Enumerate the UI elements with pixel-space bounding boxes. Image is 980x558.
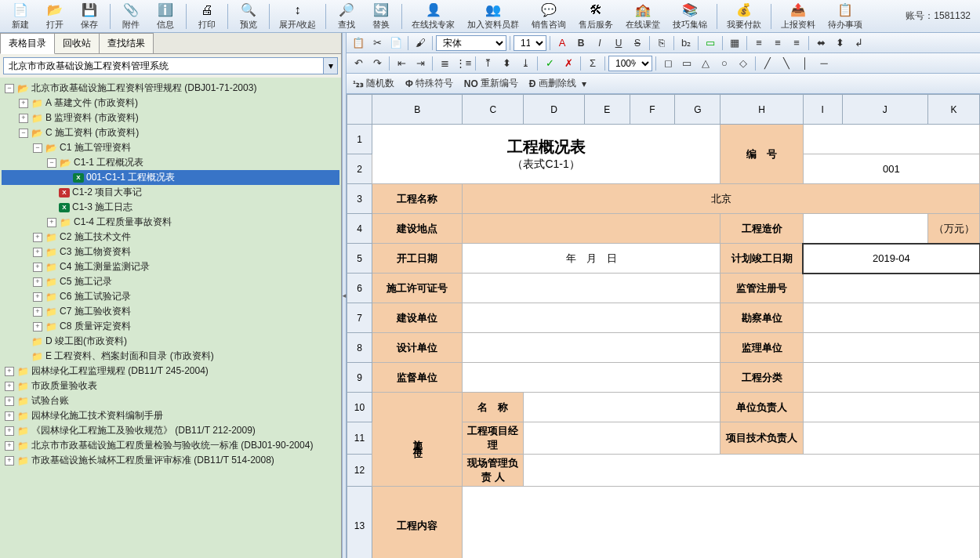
tree-node[interactable]: +📁园林绿化工程监理规程 (DB11/T 245-2004) bbox=[2, 364, 339, 379]
expand-icon[interactable]: + bbox=[19, 99, 28, 108]
aux-特殊符号[interactable]: Φ特殊符号 bbox=[405, 77, 453, 90]
toolbar-加入资料员群[interactable]: 👥加入资料员群 bbox=[461, 1, 525, 32]
tree-node[interactable]: +📁园林绿化施工技术资料编制手册 bbox=[2, 408, 339, 423]
label-cell[interactable]: 工程项目经 理 bbox=[463, 422, 524, 455]
expand-icon[interactable]: + bbox=[5, 426, 14, 436]
row-header[interactable]: 7 bbox=[347, 303, 372, 333]
toolbar-展开/收起[interactable]: ↕展开/收起 bbox=[273, 1, 322, 32]
line2-icon[interactable]: ╲ bbox=[778, 56, 795, 71]
expand-icon[interactable] bbox=[47, 203, 56, 212]
tree-node[interactable]: 📁D 竣工图(市政资料) bbox=[2, 334, 339, 349]
label-cell[interactable]: 工程内容 bbox=[372, 487, 463, 559]
align-left-icon[interactable]: ≡ bbox=[750, 35, 768, 51]
paste-icon[interactable]: 📄 bbox=[387, 35, 405, 51]
redo-icon[interactable]: ↷ bbox=[368, 56, 386, 71]
expand-icon[interactable]: + bbox=[33, 322, 42, 332]
tab-search-results[interactable]: 查找结果 bbox=[99, 33, 154, 53]
label-cell[interactable]: 施工单位 bbox=[372, 393, 463, 487]
valign-bot-icon[interactable]: ⤓ bbox=[517, 56, 534, 71]
label-cell[interactable]: 编 号 bbox=[720, 125, 804, 184]
collapse-icon[interactable]: − bbox=[47, 158, 56, 168]
col-header[interactable]: B bbox=[372, 95, 463, 125]
undo-icon[interactable]: ↶ bbox=[350, 56, 367, 71]
collapse-icon[interactable]: − bbox=[5, 84, 14, 93]
underline-icon[interactable]: U bbox=[610, 35, 627, 51]
data-cell[interactable] bbox=[524, 393, 720, 422]
toolbar-售后服务[interactable]: 🛠售后服务 bbox=[572, 1, 619, 32]
row-header[interactable]: 3 bbox=[347, 184, 372, 214]
label-cell[interactable]: 单位负责人 bbox=[720, 393, 804, 422]
data-cell[interactable]: 001 bbox=[803, 154, 979, 184]
label-cell[interactable]: 勘察单位 bbox=[720, 303, 804, 333]
tree-node[interactable]: +📁A 基建文件 (市政资料) bbox=[2, 96, 339, 111]
tree-node[interactable]: +📁C8 质量评定资料 bbox=[2, 319, 339, 334]
data-cell[interactable] bbox=[803, 125, 979, 154]
table-icon[interactable]: ▦ bbox=[726, 35, 743, 51]
line1-icon[interactable]: ╱ bbox=[759, 56, 776, 71]
merge-icon[interactable]: ⬌ bbox=[812, 35, 829, 51]
col-header[interactable]: G bbox=[675, 95, 720, 125]
tree-node[interactable]: +📁C2 施工技术文件 bbox=[2, 230, 339, 245]
toolbar-打印[interactable]: 🖨打印 bbox=[190, 1, 224, 32]
toolbar-附件[interactable]: 📎附件 bbox=[114, 1, 148, 32]
font-size-select[interactable]: 11 bbox=[514, 35, 546, 51]
tree-node[interactable]: +📁《园林绿化工程施工及验收规范》 (DB11/T 212-2009) bbox=[2, 423, 339, 438]
tree-node[interactable]: +📁C6 施工试验记录 bbox=[2, 289, 339, 304]
row-header[interactable]: 9 bbox=[347, 363, 372, 393]
align-center-icon[interactable]: ≡ bbox=[769, 35, 786, 51]
zoom-select[interactable]: 100% bbox=[608, 56, 652, 71]
data-cell[interactable] bbox=[524, 422, 720, 455]
data-cell[interactable] bbox=[803, 274, 979, 303]
check-icon[interactable]: ✓ bbox=[541, 56, 558, 71]
tab-catalog[interactable]: 表格目录 bbox=[0, 33, 55, 54]
expand-icon[interactable]: + bbox=[33, 277, 42, 287]
label-cell[interactable]: 建设地点 bbox=[372, 214, 463, 244]
toolbar-我要付款[interactable]: 💰我要付款 bbox=[720, 1, 768, 32]
numlist-icon[interactable]: ⋮≡ bbox=[455, 56, 472, 71]
label-cell[interactable]: 监督单位 bbox=[372, 363, 463, 393]
row-header[interactable]: 12 bbox=[347, 455, 372, 487]
toolbar-销售咨询[interactable]: 💬销售咨询 bbox=[525, 1, 572, 32]
tree-node[interactable]: −📂C1 施工管理资料 bbox=[2, 140, 339, 155]
indent-icon[interactable]: ⇤ bbox=[393, 56, 410, 71]
shape1-icon[interactable]: ◻ bbox=[659, 56, 677, 71]
tree-node[interactable]: +📁C7 施工验收资料 bbox=[2, 304, 339, 319]
cross-icon[interactable]: ✗ bbox=[560, 56, 577, 71]
expand-icon[interactable]: + bbox=[5, 367, 14, 376]
collapse-icon[interactable]: − bbox=[19, 129, 28, 138]
col-header[interactable]: C bbox=[463, 95, 524, 125]
system-selector[interactable]: ▾ bbox=[3, 57, 338, 74]
row-header[interactable]: 10 bbox=[347, 393, 372, 422]
data-cell[interactable]: 北京 bbox=[463, 184, 980, 214]
data-cell[interactable] bbox=[463, 333, 720, 363]
expand-icon[interactable]: + bbox=[47, 218, 56, 227]
toolbar-在线找专家[interactable]: 👤在线找专家 bbox=[405, 1, 461, 32]
list-icon[interactable]: ≣ bbox=[436, 56, 453, 71]
expand-icon[interactable] bbox=[19, 352, 28, 361]
system-selector-input[interactable] bbox=[4, 58, 323, 74]
label-cell[interactable]: 监管注册号 bbox=[720, 274, 804, 303]
row-header[interactable]: 1 bbox=[347, 125, 372, 154]
italic-icon[interactable]: I bbox=[591, 35, 608, 51]
tree-node[interactable]: +📁C1-4 工程质量事故资料 bbox=[2, 215, 339, 230]
toolbar-打开[interactable]: 📂打开 bbox=[38, 1, 72, 32]
expand-icon[interactable] bbox=[47, 188, 56, 197]
col-header[interactable]: H bbox=[720, 95, 804, 125]
tree-node[interactable]: +📁市政基础设施长城杯工程质量评审标准 (DB11/T 514-2008) bbox=[2, 453, 339, 468]
aux-重新编号[interactable]: NO重新编号 bbox=[464, 77, 518, 90]
tree-view[interactable]: −📂北京市政基础设施工程资料管理规程 (DBJ01-71-2003)+📁A 基建… bbox=[0, 78, 341, 558]
expand-icon[interactable]: + bbox=[5, 411, 14, 421]
expand-icon[interactable]: + bbox=[5, 456, 14, 466]
data-cell[interactable] bbox=[803, 214, 927, 244]
tab-recycle[interactable]: 回收站 bbox=[54, 33, 100, 53]
data-cell[interactable] bbox=[803, 303, 979, 333]
expand-icon[interactable]: + bbox=[33, 292, 42, 302]
tree-node[interactable]: +📁B 监理资料 (市政资料) bbox=[2, 111, 339, 125]
label-cell[interactable]: 现场管理负 责 人 bbox=[463, 455, 524, 487]
tree-node[interactable]: +📁C4 施工测量监测记录 bbox=[2, 259, 339, 274]
tree-node[interactable]: X001-C1-1 工程概况表 bbox=[2, 170, 339, 185]
row-header[interactable]: 8 bbox=[347, 333, 372, 363]
strike-icon[interactable]: S bbox=[629, 35, 646, 51]
expand-icon[interactable]: + bbox=[33, 233, 42, 242]
label-cell[interactable]: 计划竣工日期 bbox=[720, 244, 804, 274]
